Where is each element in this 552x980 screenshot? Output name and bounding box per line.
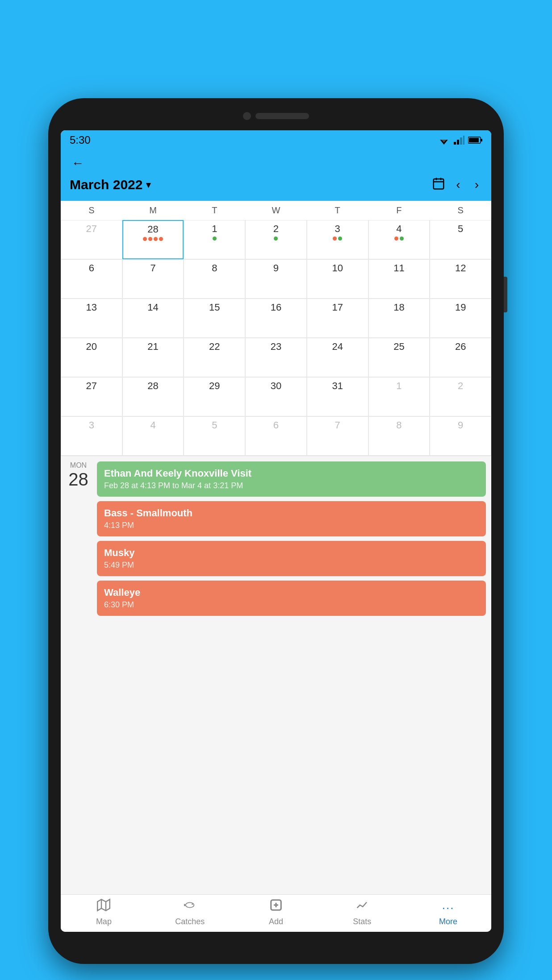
calendar-day[interactable]: 27 [61,220,122,259]
calendar-day[interactable]: 6 [61,259,122,299]
calendar-day[interactable]: 25 [368,338,430,377]
calendar-day[interactable]: 31 [307,377,368,416]
nav-label-stats: Stats [353,917,371,926]
events-list: Ethan And Keely Knoxville VisitFeb 28 at… [97,461,486,620]
calendar-icon-button[interactable] [432,177,445,193]
phone-screen: 5:30 ← [61,130,491,932]
wifi-icon [438,136,450,145]
weekday-headers: SMTWTFS [61,201,491,220]
calendar-day[interactable]: 30 [245,377,307,416]
calendar-day[interactable]: 7 [307,416,368,456]
calendar-day[interactable]: 28 [122,377,184,416]
calendar-day[interactable]: 20 [61,338,122,377]
weekday-header: W [245,201,307,220]
nav-item-more[interactable]: ···More [426,899,471,926]
nav-item-stats[interactable]: Stats [340,898,385,926]
nav-label-more: More [439,917,457,926]
calendar-day[interactable]: 1 [184,220,245,259]
event-dot [154,237,158,241]
calendar-day[interactable]: 6 [245,416,307,456]
calendar-day[interactable]: 26 [430,338,491,377]
calendar-day[interactable]: 1 [368,377,430,416]
next-month-button[interactable]: › [471,176,482,194]
status-icons [438,136,482,145]
event-dot [394,237,398,241]
event-card-catch[interactable]: Bass - Smallmouth4:13 PM [97,501,486,536]
calendar-day[interactable]: 16 [245,299,307,338]
event-card-trip[interactable]: Ethan And Keely Knoxville VisitFeb 28 at… [97,461,486,497]
calendar-day[interactable]: 29 [184,377,245,416]
map-icon [97,898,110,915]
phone-speaker [255,113,309,119]
calendar-day[interactable]: 15 [184,299,245,338]
bottom-nav: MapCatchesAddStats···More [61,894,491,932]
svg-rect-2 [454,142,456,145]
calendar-day[interactable]: 4 [368,220,430,259]
event-dot [274,237,278,241]
add-icon [269,898,283,915]
phone-shell: 5:30 ← [48,98,504,964]
calendar-day[interactable]: 14 [122,299,184,338]
signal-icon [454,136,464,145]
calendar-day[interactable]: 12 [430,259,491,299]
calendar-day[interactable]: 3 [307,220,368,259]
event-dot [338,237,342,241]
event-card-catch[interactable]: Walleye6:30 PM [97,581,486,616]
svg-rect-4 [460,137,462,145]
month-title: March 2022 ▾ [70,177,151,192]
calendar-day[interactable]: 8 [368,416,430,456]
calendar-day[interactable]: 2 [245,220,307,259]
event-dot [400,237,404,241]
calendar-day[interactable]: 5 [430,220,491,259]
calendar-day[interactable]: 24 [307,338,368,377]
event-dot [143,237,147,241]
phone-top-bar [48,98,504,134]
calendar-day[interactable]: 2 [430,377,491,416]
nav-item-map[interactable]: Map [81,898,126,926]
calendar-day[interactable]: 8 [184,259,245,299]
calendar-day[interactable]: 17 [307,299,368,338]
svg-point-16 [186,902,194,907]
calendar-day[interactable]: 11 [368,259,430,299]
svg-rect-9 [434,179,444,189]
app-header: ← March 2022 ▾ ‹ › [61,150,491,201]
nav-label-catches: Catches [175,917,205,926]
calendar-day[interactable]: 13 [61,299,122,338]
prev-month-button[interactable]: ‹ [452,176,464,194]
calendar-day[interactable]: 21 [122,338,184,377]
stats-icon [355,898,369,915]
calendar-day[interactable]: 9 [245,259,307,299]
weekday-header: F [368,201,430,220]
event-dot [159,237,163,241]
weekday-header: T [307,201,368,220]
calendar-day[interactable]: 18 [368,299,430,338]
nav-item-catches[interactable]: Catches [167,898,212,926]
calendar-day[interactable]: 4 [122,416,184,456]
svg-point-17 [192,904,193,905]
weekday-header: S [430,201,491,220]
calendar-day[interactable]: 27 [61,377,122,416]
nav-controls: ‹ › [432,176,482,194]
nav-item-add[interactable]: Add [254,898,298,926]
calendar-day[interactable]: 9 [430,416,491,456]
nav-label-add: Add [269,917,283,926]
calendar-day[interactable]: 3 [61,416,122,456]
calendar-day[interactable]: 28 [122,220,184,259]
month-dropdown-icon[interactable]: ▾ [146,179,151,190]
calendar-day[interactable]: 10 [307,259,368,299]
calendar-day[interactable]: 5 [184,416,245,456]
event-card-catch[interactable]: Musky5:49 PM [97,541,486,576]
calendar-day[interactable]: 22 [184,338,245,377]
event-dot [148,237,152,241]
status-bar: 5:30 [61,130,491,150]
calendar-day[interactable]: 19 [430,299,491,338]
more-icon: ··· [442,899,455,915]
back-button[interactable]: ← [70,154,482,172]
calendar-day[interactable]: 7 [122,259,184,299]
calendar-day[interactable]: 23 [245,338,307,377]
event-dot [213,237,217,241]
weekday-header: S [61,201,122,220]
svg-rect-7 [481,139,482,141]
calendar-section: SMTWTFS 27281234567891011121314151617181… [61,201,491,456]
status-time: 5:30 [70,134,91,146]
